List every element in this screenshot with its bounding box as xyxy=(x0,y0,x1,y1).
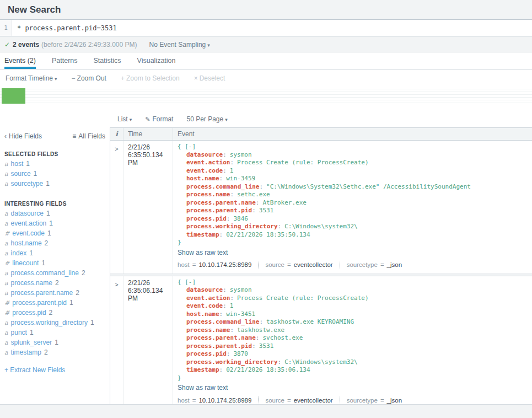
per-page-dropdown[interactable]: 50 Per Page▾ xyxy=(186,115,227,123)
zoom-to-selection-button: +Zoom to Selection xyxy=(121,74,180,82)
json-colon: : xyxy=(227,350,230,357)
field-item-datasource[interactable]: adatasource1 xyxy=(0,208,110,218)
search-input[interactable]: * process.parent.pid=3531 xyxy=(12,20,532,36)
meta-value: eventcollector xyxy=(294,396,333,405)
field-item-linecount[interactable]: #linecount1 xyxy=(0,258,110,268)
tab-visualization[interactable]: Visualization xyxy=(137,53,176,69)
json-key: host.name xyxy=(186,175,219,182)
format-timeline-label: Format Timeline xyxy=(6,74,53,82)
field-name: punct xyxy=(11,329,27,336)
json-value: 3531 xyxy=(259,207,274,214)
field-item-host[interactable]: ahost1 xyxy=(0,159,110,169)
field-item-sourcetype[interactable]: asourcetype1 xyxy=(0,179,110,189)
events-table: i Time Event >2/21/266:35:50.134 PM{ [-]… xyxy=(110,127,532,404)
json-colon: : xyxy=(278,358,282,366)
field-item-process.working_directory[interactable]: aprocess.working_directory1 xyxy=(0,318,110,328)
json-field-line: process.parent.name:AtBroker.exe xyxy=(178,199,528,207)
meta-field-source[interactable]: source=eventcollector xyxy=(258,396,332,405)
events-timeline[interactable] xyxy=(0,87,532,105)
json-colon: : xyxy=(223,151,227,158)
hide-fields-button[interactable]: ‹Hide Fields xyxy=(4,132,42,140)
field-count: 2 xyxy=(44,349,48,356)
field-item-punct[interactable]: apunct1 xyxy=(0,328,110,337)
meta-value: 10.10.174.25:8989 xyxy=(198,261,251,269)
json-value: sethc.exe xyxy=(237,191,270,198)
field-item-timestamp[interactable]: atimestamp2 xyxy=(0,347,110,357)
field-count: 1 xyxy=(26,160,30,168)
json-colon: : xyxy=(227,215,230,222)
json-key: process.name xyxy=(186,326,230,334)
field-item-process.command_line[interactable]: aprocess.command_line2 xyxy=(0,268,110,278)
pencil-icon: ✎ xyxy=(145,116,150,122)
json-field-line: process.parent.name:svchost.exe xyxy=(178,334,528,342)
list-view-dropdown[interactable]: List▾ xyxy=(117,115,132,123)
meta-field-sourcetype[interactable]: sourcetype=_json xyxy=(340,396,402,405)
tab-patterns[interactable]: Patterns xyxy=(52,53,78,69)
field-type-icon: a xyxy=(4,170,8,178)
tab-label: Visualization xyxy=(137,57,176,65)
extract-new-fields-link[interactable]: + Extract New Fields xyxy=(0,357,110,383)
json-field-line: datasource:sysmon xyxy=(178,151,528,159)
json-value: sysmon xyxy=(230,151,252,158)
field-type-icon: a xyxy=(4,250,8,257)
json-key: process.parent.name xyxy=(186,334,256,341)
meta-field-host[interactable]: host=10.10.174.25:8989 xyxy=(178,396,251,405)
show-raw-text-link[interactable]: Show as raw text xyxy=(178,249,528,257)
event-sampling-dropdown[interactable]: No Event Sampling▾ xyxy=(149,41,210,49)
field-item-process.name[interactable]: aprocess.name2 xyxy=(0,278,110,288)
timeline-bar[interactable] xyxy=(2,88,25,104)
page-footer xyxy=(0,404,532,418)
events-table-header: i Time Event xyxy=(110,127,532,141)
tab-label: Patterns xyxy=(52,57,78,65)
format-button[interactable]: ✎Format xyxy=(145,115,173,123)
collapse-toggle[interactable]: [-] xyxy=(185,143,196,150)
field-item-index[interactable]: aindex1 xyxy=(0,248,110,258)
json-colon: : xyxy=(230,159,234,166)
list-view-label: List xyxy=(117,115,128,123)
json-colon: : xyxy=(230,294,234,302)
page-title: New Search xyxy=(8,4,524,15)
meta-equals: = xyxy=(287,261,291,269)
tab-statistics[interactable]: Statistics xyxy=(94,53,121,69)
json-field-line: datasource:sysmon xyxy=(178,286,528,294)
meta-field-host[interactable]: host=10.10.174.25:8989 xyxy=(178,261,251,269)
format-timeline-dropdown[interactable]: Format Timeline▾ xyxy=(6,74,57,82)
expand-chevron-icon[interactable]: > xyxy=(115,146,118,152)
field-item-event.code[interactable]: #event.code1 xyxy=(0,228,110,238)
field-count: 1 xyxy=(47,229,51,237)
field-count: 1 xyxy=(34,170,37,178)
meta-field-source[interactable]: source=eventcollector xyxy=(258,261,332,269)
event-date: 2/21/26 xyxy=(128,143,173,151)
all-fields-button[interactable]: ≡All Fields xyxy=(72,132,105,140)
tab-events-2[interactable]: Events (2) xyxy=(4,53,36,69)
json-value: Process Create (rule: ProcessCreate) xyxy=(237,159,368,166)
meta-field-sourcetype[interactable]: sourcetype=_json xyxy=(340,261,402,269)
json-value: C:\Windows\system32\ xyxy=(284,358,357,366)
field-item-event.action[interactable]: aevent.action1 xyxy=(0,218,110,228)
field-item-source[interactable]: asource1 xyxy=(0,169,110,179)
field-name: timestamp xyxy=(11,349,41,356)
json-key: event.code xyxy=(186,302,223,309)
meta-value: 10.10.174.25:8989 xyxy=(198,396,251,405)
field-type-icon: # xyxy=(4,299,9,307)
json-value: AtBroker.exe xyxy=(262,199,306,206)
collapse-toggle[interactable]: [-] xyxy=(185,278,196,286)
field-item-host.name[interactable]: ahost.name2 xyxy=(0,238,110,248)
field-item-splunk_server[interactable]: asplunk_server1 xyxy=(0,337,110,347)
open-brace: { xyxy=(178,278,181,286)
field-name: process.name xyxy=(11,279,52,287)
field-item-process.parent.name[interactable]: aprocess.parent.name2 xyxy=(0,288,110,298)
expand-chevron-icon[interactable]: > xyxy=(115,281,118,288)
field-item-process.pid[interactable]: #process.pid2 xyxy=(0,308,110,318)
json-colon: : xyxy=(219,231,223,238)
meta-label: source xyxy=(265,396,284,405)
zoom-out-button[interactable]: −Zoom Out xyxy=(72,74,106,82)
show-raw-text-link[interactable]: Show as raw text xyxy=(178,384,528,392)
field-item-process.parent.pid[interactable]: #process.parent.pid1 xyxy=(0,298,110,308)
json-colon: : xyxy=(223,167,227,174)
field-name: sourcetype xyxy=(11,180,44,187)
json-field-line: process.working_directory:C:\Windows\sys… xyxy=(178,358,528,367)
json-value: 02/21/2026 18:35:50.134 xyxy=(226,231,310,238)
field-type-icon: a xyxy=(4,349,8,356)
interesting-fields-header: INTERESTING FIELDS xyxy=(0,189,110,208)
